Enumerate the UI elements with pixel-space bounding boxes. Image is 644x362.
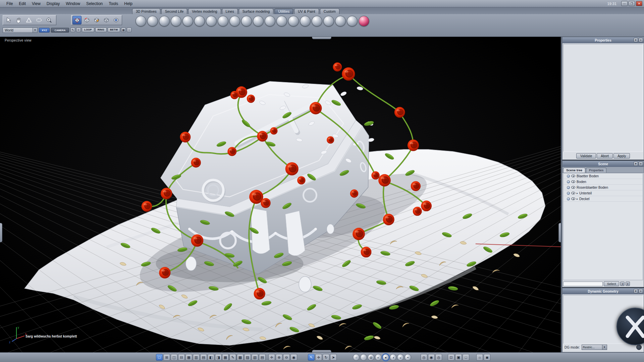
rose[interactable]: [310, 102, 322, 114]
tab-vertex-modeling[interactable]: Vertex modeling: [188, 8, 221, 14]
viewport-layout-1[interactable]: □: [156, 354, 163, 361]
bounding-display-3[interactable]: □: [463, 354, 469, 361]
viewport-layout-3[interactable]: ◫: [171, 354, 177, 361]
utility-tool-16[interactable]: [312, 16, 322, 26]
select-object-mode[interactable]: [102, 16, 111, 24]
utility-tool-13[interactable]: [276, 16, 287, 26]
scene-tree-item-boden[interactable]: Boden: [564, 179, 643, 185]
menu-view[interactable]: View: [29, 0, 44, 7]
rose[interactable]: [342, 67, 355, 80]
minimize-button[interactable]: —: [621, 1, 628, 6]
grid-display-5[interactable]: ▧: [252, 354, 258, 361]
visibility-eye-icon[interactable]: [571, 180, 575, 183]
rose[interactable]: [350, 189, 358, 198]
rose[interactable]: [361, 247, 372, 257]
visibility-eye-icon[interactable]: [571, 197, 575, 200]
rose[interactable]: [270, 127, 277, 134]
circle-toggle-icon[interactable]: ○: [127, 27, 131, 32]
shading-mode-4[interactable]: ◐: [375, 354, 382, 361]
visibility-eye-icon[interactable]: [571, 186, 575, 189]
scene-tab-properties[interactable]: Properties: [586, 168, 606, 173]
tab-utilities[interactable]: Utilities: [274, 8, 293, 14]
pane-handle-right[interactable]: [558, 223, 561, 242]
rose[interactable]: [180, 132, 191, 142]
viewport-layout-6[interactable]: ▥: [193, 354, 200, 361]
rose[interactable]: [421, 200, 432, 211]
zoom-tool[interactable]: [44, 16, 54, 24]
viewport-layout-2[interactable]: ⊞: [163, 354, 170, 361]
grid-toggle-icon[interactable]: ▦: [121, 27, 126, 32]
expand-arrow-icon[interactable]: ▸: [577, 197, 578, 200]
utility-tool-04[interactable]: [171, 16, 181, 26]
manipulator-tools-3[interactable]: ↻: [323, 354, 329, 361]
grid-display-6[interactable]: ▤: [259, 354, 266, 361]
utility-tool-20[interactable]: [359, 16, 369, 26]
utility-tool-03[interactable]: [159, 16, 170, 26]
visibility-eye-icon[interactable]: [571, 175, 575, 177]
rose[interactable]: [411, 181, 421, 191]
pane-handle-bottom[interactable]: [312, 350, 331, 352]
pointer-tool[interactable]: [4, 16, 13, 24]
chevron-down-icon[interactable]: ▼: [33, 28, 37, 33]
grid-display-4[interactable]: ▨: [244, 354, 251, 361]
camera-toggle[interactable]: CAMERA: [51, 28, 69, 33]
tab-lines[interactable]: Lines: [222, 8, 238, 14]
pane-handle-left[interactable]: [0, 223, 2, 242]
collapse-icon[interactable]: ▼: [634, 162, 638, 166]
collapse-icon[interactable]: ▼: [634, 38, 638, 42]
select-points-mode[interactable]: [72, 16, 82, 24]
utility-tool-06[interactable]: [194, 16, 205, 26]
prev-icon[interactable]: ◄: [620, 282, 625, 286]
rose[interactable]: [378, 174, 391, 187]
rose[interactable]: [408, 139, 419, 151]
close-icon[interactable]: ✕: [639, 162, 643, 166]
menu-window[interactable]: Window: [63, 0, 83, 7]
grid-display-1[interactable]: ▦: [222, 354, 229, 361]
shading-mode-3[interactable]: ◍: [368, 354, 374, 361]
zoom-tools-3[interactable]: ⊖: [283, 354, 290, 361]
scene-tab-scene-tree[interactable]: Scene tree: [563, 168, 585, 173]
viewport-layout-4[interactable]: ⊟: [178, 354, 185, 361]
validate-button[interactable]: Validate: [576, 153, 596, 159]
rose[interactable]: [142, 201, 152, 212]
rose[interactable]: [159, 267, 170, 278]
zoom-tools-4[interactable]: ◉: [290, 354, 297, 361]
menu-display[interactable]: Display: [44, 0, 63, 7]
utility-tool-14[interactable]: [288, 16, 299, 26]
rose[interactable]: [230, 91, 238, 99]
properties-titlebar[interactable]: Properties ▼ ✕: [562, 37, 644, 43]
rose[interactable]: [353, 228, 365, 240]
grid-display-3[interactable]: ▩: [237, 354, 244, 361]
viewport-layout-7[interactable]: ▤: [200, 354, 207, 361]
menu-help[interactable]: Help: [121, 0, 136, 7]
rose[interactable]: [191, 158, 201, 168]
tab-3d-primitives[interactable]: 3D Primitives: [132, 8, 160, 14]
bounding-display-1[interactable]: ⊡: [448, 354, 454, 361]
apply-button[interactable]: Apply: [613, 153, 630, 159]
close-icon[interactable]: ✕: [639, 289, 643, 293]
shading-mode-2[interactable]: ◌: [360, 354, 367, 361]
menu-selection[interactable]: Selection: [83, 0, 106, 7]
render-tools-1[interactable]: ☼: [476, 354, 483, 361]
zoom-tools-2[interactable]: ⊕: [276, 354, 282, 361]
maximize-button[interactable]: ❐: [629, 1, 635, 6]
tab-uv-paint[interactable]: UV & Paint: [294, 8, 319, 14]
rose[interactable]: [285, 162, 299, 175]
utility-tool-08[interactable]: [218, 16, 228, 26]
rose[interactable]: [297, 176, 305, 185]
manipulator-tools-2[interactable]: ✛: [315, 354, 322, 361]
pan-hand-tool[interactable]: [14, 16, 23, 24]
rose[interactable]: [247, 95, 255, 103]
utility-tool-07[interactable]: [206, 16, 217, 26]
zoom-tools-1[interactable]: ✛: [268, 354, 275, 361]
scene-tree-item-rosenblaetter-boden[interactable]: Rosenblaetter Boden: [564, 185, 643, 190]
select-auto-mode[interactable]: [112, 16, 121, 24]
scene-tree-item-blaetter-boden[interactable]: Blaetter Boden: [564, 173, 643, 179]
smoothing-display-3[interactable]: ◎: [435, 354, 442, 361]
shading-mode-7[interactable]: ◒: [397, 354, 404, 361]
smoothing-display-1[interactable]: ◎: [421, 354, 427, 361]
abort-button[interactable]: Abort: [597, 153, 613, 159]
utility-tool-18[interactable]: [335, 16, 346, 26]
manipulator-tools-4[interactable]: ➤: [330, 354, 337, 361]
rose[interactable]: [161, 188, 172, 199]
